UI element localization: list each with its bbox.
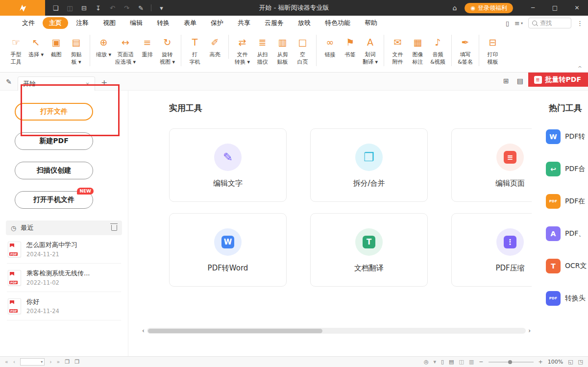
open-mobile-file-button[interactable]: 打开手机文件 NEW (15, 191, 93, 209)
first-page-icon[interactable]: « (5, 359, 8, 365)
ribbon-hand-tool[interactable]: ☞ 手型 工具 (6, 35, 26, 66)
prev-page-icon[interactable]: ‹ (13, 359, 15, 365)
ribbon-highlight[interactable]: ✐ 高亮 (205, 35, 229, 59)
menu-item-home[interactable]: 主页 (43, 17, 68, 29)
ribbon-file-attachment[interactable]: ✉ 文件 附件 (388, 35, 408, 66)
chevron-down-icon[interactable]: ▾ (433, 359, 436, 365)
ribbon-fill-sign[interactable]: ✒ 填写 &签名 (455, 35, 479, 66)
mobile-doc-icon[interactable]: ▯ (506, 20, 509, 27)
open-folder-icon[interactable]: ❏ (49, 2, 62, 14)
page-number-input[interactable]: ▾ (20, 358, 45, 366)
menu-item-protect[interactable]: 保护 (204, 17, 230, 29)
menu-item-file[interactable]: 文件 (16, 17, 41, 29)
pen-tools-icon[interactable]: ✎ (134, 2, 147, 14)
hot-tool-label: OCR文 (565, 262, 587, 270)
menu-item-cloud[interactable]: 云服务 (258, 17, 290, 29)
card-pdf-compress[interactable]: ⋮ PDF压缩 (451, 213, 532, 287)
scroll-left-icon[interactable]: ‹ (142, 328, 145, 334)
card-doc-translate[interactable]: T 文档翻译 (310, 213, 428, 287)
zoom-out-icon[interactable]: − (479, 359, 483, 365)
fit-width-icon[interactable]: ◱ (568, 359, 573, 365)
new-tab-icon[interactable]: + (101, 79, 107, 87)
ribbon-page-fit-options[interactable]: ↔ 页面适 应选项 ▾ (114, 35, 137, 66)
close-button[interactable]: ✕ (566, 0, 588, 16)
menu-item-help[interactable]: 帮助 (358, 17, 384, 29)
open-file-button[interactable]: 打开文件 (15, 103, 93, 121)
store-icon[interactable]: ⌂ (453, 4, 457, 12)
customize-quickbar-icon[interactable]: ▾ (155, 2, 168, 14)
card-edit-text[interactable]: ✎ 编辑文字 (169, 128, 287, 202)
scrollbar-thumb[interactable] (148, 329, 322, 333)
zoom-slider[interactable] (489, 362, 534, 363)
duplicate-page-icon[interactable]: ❐ (74, 359, 79, 365)
recent-file[interactable]: 乘客检测系统无线传... 2022-11-02 (7, 264, 121, 292)
copy-page-icon[interactable]: ❐ (65, 359, 70, 365)
ribbon-link[interactable]: ∞ 链接 (320, 35, 340, 59)
ribbon-blank-page[interactable]: □ 空 白页 (293, 35, 317, 66)
ribbon-from-scanner[interactable]: ≣ 从扫 描仪 (252, 35, 272, 66)
ribbon-zoom[interactable]: ⊕ 缩放 ▾ (94, 35, 114, 59)
tab-close-icon[interactable]: ✕ (86, 81, 90, 87)
ribbon-typewriter[interactable]: T 打 字机 (185, 35, 205, 66)
recent-file[interactable]: 怎么面对高中学习 2024-11-21 (7, 235, 121, 264)
grid-view-icon[interactable]: ⊞ (503, 77, 509, 85)
zoom-in-icon[interactable]: + (539, 359, 543, 365)
search-input[interactable]: 查找 (528, 18, 571, 28)
save-icon[interactable]: ◫ (63, 2, 76, 14)
ribbon-file-convert[interactable]: ⇄ 文件 转换 ▾ (232, 35, 252, 66)
list-view-icon[interactable]: ▤ (517, 77, 523, 85)
find-command-icon[interactable]: ≡▾ (514, 20, 523, 27)
minimize-button[interactable]: ─ (522, 0, 544, 16)
tab-start[interactable]: 开始 ✕ (18, 76, 95, 91)
menu-item-share[interactable]: 共享 (231, 17, 257, 29)
tool-icon-circle: T (355, 228, 383, 256)
menu-item-view[interactable]: 视图 (97, 17, 122, 29)
ribbon-snapshot[interactable]: ▣ 截图 (46, 35, 66, 59)
undo-icon[interactable]: ↶ (106, 2, 119, 14)
ribbon-image-annotation[interactable]: ▦ 图像 标注 (408, 35, 428, 66)
zoom-level[interactable]: 100% (548, 359, 563, 365)
ribbon-select-tool[interactable]: ↖ 选择 ▾ (26, 35, 46, 59)
login-button[interactable]: ◉ 登录领福利 (465, 3, 513, 13)
single-page-view-icon[interactable]: ▯ (441, 359, 444, 365)
ribbon-reflow[interactable]: ≡ 重排 (137, 35, 157, 59)
ribbon-from-clipboard[interactable]: ▥ 从剪 贴板 (272, 35, 293, 66)
card-edit-pages[interactable]: ≡ 编辑页面 (451, 128, 532, 202)
ribbon-bookmark[interactable]: ⚑ 书签 (340, 35, 360, 59)
ribbon-audio-video[interactable]: ♪ 音频 &视频 (428, 35, 452, 66)
edit-tabs-icon[interactable]: ✎ (0, 78, 18, 86)
clear-recent-icon[interactable] (111, 225, 117, 231)
create-pdf-button[interactable]: 新建PDF (15, 132, 93, 150)
ribbon-clipboard[interactable]: ▤ 剪贴 板 ▾ (66, 35, 90, 66)
print-icon[interactable]: ⊟ (77, 2, 91, 14)
two-page-view-icon[interactable]: ◫ (459, 359, 464, 365)
redo-icon[interactable]: ↷ (120, 2, 133, 14)
menu-item-slideshow[interactable]: 放映 (292, 17, 317, 29)
menu-item-comment[interactable]: 注释 (70, 17, 95, 29)
export-icon[interactable]: ↧ (92, 2, 105, 14)
maximize-button[interactable]: □ (544, 0, 566, 16)
collapse-ribbon-icon[interactable]: ^ (578, 65, 582, 366)
last-page-icon[interactable]: » (57, 359, 60, 365)
next-page-icon[interactable]: › (49, 359, 51, 365)
foxit-logo[interactable] (0, 0, 45, 16)
scrollbar-track[interactable] (147, 328, 526, 334)
scroll-right-icon[interactable]: › (528, 328, 531, 334)
scanner-create-button[interactable]: 扫描仪创建 (15, 162, 93, 179)
menu-item-form[interactable]: 表单 (177, 17, 203, 29)
zoom-slider-knob[interactable] (508, 360, 512, 364)
zoom-tool-icon[interactable]: ◎ (424, 359, 429, 365)
recent-file[interactable]: 你好 2024-11-24 (7, 292, 121, 320)
two-page-continuous-icon[interactable]: ▥ (469, 359, 474, 365)
menu-item-edit[interactable]: 编辑 (123, 17, 149, 29)
card-split-merge[interactable]: ❐ 拆分/合并 (310, 128, 428, 202)
continuous-view-icon[interactable]: ▤ (449, 359, 454, 365)
menu-item-convert[interactable]: 转换 (150, 17, 176, 29)
recent-file-title: 乘客检测系统无线传... (26, 269, 90, 278)
ribbon-word-translate[interactable]: A 划词 翻译 ▾ (360, 35, 384, 66)
ribbon-print-template[interactable]: ⊟ 打印 模板 (483, 35, 503, 66)
ribbon-rotate-view[interactable]: ↻ 旋转 视图 ▾ (157, 35, 181, 66)
more-options-icon[interactable]: ⋮ (577, 20, 583, 27)
card-pdf-to-word[interactable]: W PDF转Word (169, 213, 287, 287)
menu-item-features[interactable]: 特色功能 (318, 17, 357, 29)
